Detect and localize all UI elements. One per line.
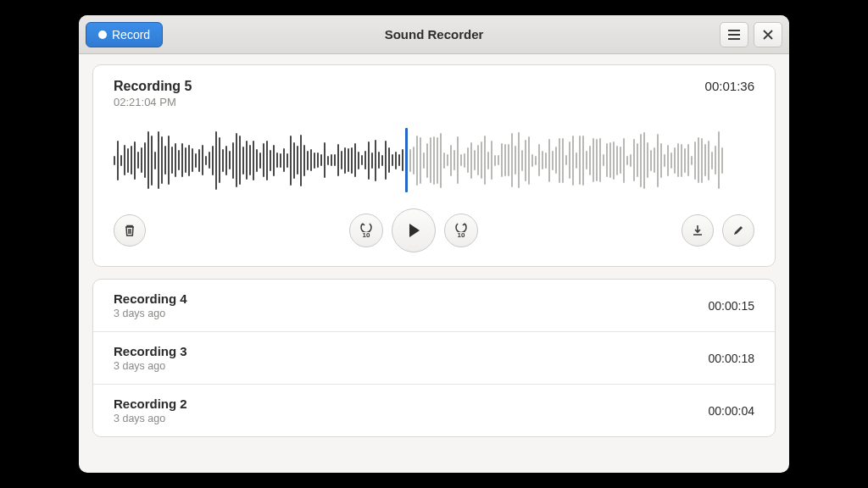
waveform-bar [443, 152, 445, 169]
waveform-bar [161, 136, 163, 184]
waveform-bar [674, 147, 676, 174]
waveform-bar [416, 136, 418, 186]
waveform-bar [205, 156, 207, 165]
recording-row-duration: 00:00:18 [709, 352, 755, 365]
waveform-bar [273, 145, 275, 176]
waveform-bar [437, 137, 438, 184]
waveform-bar [606, 143, 608, 177]
waveform-bar [147, 131, 149, 189]
waveform-bar [430, 137, 431, 183]
waveform-bar [141, 147, 142, 173]
waveform-bar [310, 149, 312, 171]
waveform-bar [253, 141, 254, 180]
waveform-bar [327, 156, 329, 165]
recording-row[interactable]: Recording 23 days ago00:00:04 [93, 385, 775, 436]
waveform-bar [491, 141, 492, 180]
waveform-bar [559, 138, 560, 183]
waveform-bar [477, 145, 479, 175]
waveform-bar [131, 146, 132, 175]
waveform-bar [426, 143, 428, 178]
waveform-bar [579, 136, 581, 185]
skip-back-button[interactable]: 10 [349, 214, 383, 247]
waveform-bar [154, 152, 156, 169]
skip-back-icon: 10 [359, 222, 373, 239]
skip-forward-button[interactable]: 10 [444, 214, 478, 247]
waveform-bar [229, 151, 231, 169]
waveform-bar [209, 152, 210, 169]
play-button[interactable] [392, 208, 436, 252]
waveform-bar [287, 153, 288, 168]
waveform-bar [259, 152, 261, 169]
recording-row-title: Recording 2 [114, 396, 187, 411]
waveform-bar [681, 144, 682, 177]
waveform-bar [664, 154, 665, 167]
waveform-display[interactable] [114, 122, 754, 198]
waveform-bar [708, 141, 709, 180]
waveform-bar [300, 135, 302, 186]
recording-row-subtitle: 3 days ago [114, 308, 187, 319]
waveform-bar [358, 152, 359, 169]
record-button[interactable]: Record [86, 22, 163, 47]
waveform-bar [215, 131, 217, 190]
waveform-bar [402, 149, 403, 171]
recording-row-subtitle: 3 days ago [114, 360, 187, 372]
waveform-bar [164, 146, 166, 175]
waveform-bar [447, 154, 448, 166]
waveform-bar [633, 139, 635, 181]
waveform-bar [388, 147, 390, 173]
waveform-bar [413, 147, 415, 175]
waveform-bar [236, 133, 237, 187]
waveform-bar [650, 150, 652, 171]
rename-button[interactable] [722, 214, 754, 247]
waveform-bar [572, 136, 574, 186]
waveform-bar [589, 146, 591, 175]
waveform-bar [698, 137, 699, 183]
close-button[interactable] [754, 22, 782, 47]
export-button[interactable] [682, 214, 714, 247]
waveform-bar [701, 138, 703, 183]
recording-row[interactable]: Recording 33 days ago00:00:18 [93, 332, 775, 385]
waveform-bar [337, 144, 339, 176]
waveform-bar [603, 154, 604, 166]
trash-icon [123, 224, 136, 237]
waveform-bar [718, 131, 720, 189]
waveform-bar [127, 148, 129, 173]
waveform-bar [660, 143, 662, 178]
waveform-bar [487, 152, 489, 169]
playhead[interactable] [405, 128, 408, 192]
waveform-bar [293, 142, 295, 179]
waveform-bar [545, 152, 547, 169]
waveform-bar [684, 148, 686, 173]
delete-button[interactable] [114, 214, 146, 247]
waveform-bar [185, 147, 186, 173]
waveform-bar [364, 151, 366, 169]
waveform-bar [409, 149, 411, 172]
waveform-bar [538, 144, 540, 176]
waveform-bar [168, 136, 170, 185]
waveform-bar [212, 146, 214, 175]
waveform-bar [423, 152, 425, 169]
waveform-bar [457, 136, 459, 184]
download-icon [691, 224, 704, 237]
waveform-bar [151, 136, 153, 186]
waveform-bar [521, 150, 523, 171]
waveform-bar [494, 155, 496, 166]
menu-button[interactable] [720, 22, 748, 47]
waveform-bar [144, 142, 146, 178]
waveform-bar [504, 144, 506, 176]
recording-row[interactable]: Recording 43 days ago00:00:15 [93, 280, 775, 332]
waveform-bar [586, 151, 587, 169]
waveform-bar [565, 155, 567, 165]
playback-controls: 10 10 [114, 208, 754, 252]
hamburger-icon [728, 30, 740, 40]
waveform-bar [464, 153, 465, 168]
waveform-bar [375, 140, 376, 181]
waveform-bar [433, 136, 435, 185]
waveform-bar [593, 138, 594, 182]
waveform-bar [239, 136, 241, 185]
waveform-bar [620, 147, 621, 174]
waveform-bar [470, 142, 472, 179]
active-recording-card: Recording 5 02:21:04 PM 00:01:36 [92, 64, 776, 267]
waveform-bar [640, 134, 642, 187]
play-icon [407, 223, 420, 238]
